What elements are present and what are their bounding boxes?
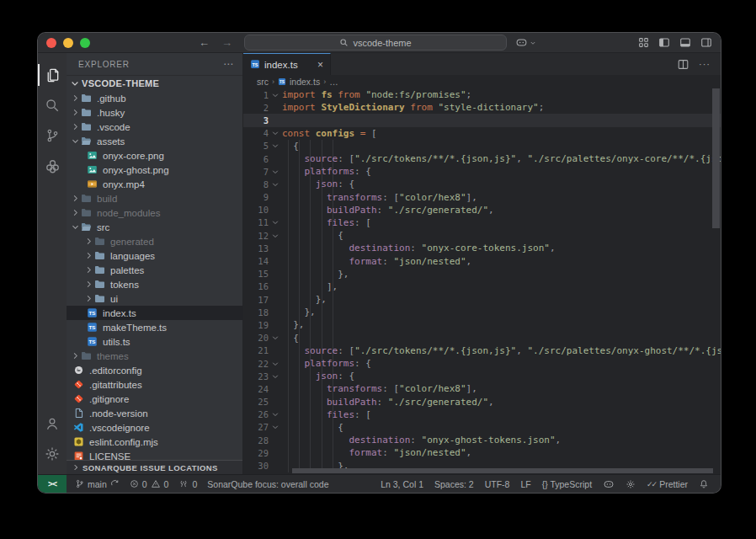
- tree-item-themes[interactable]: themes: [67, 349, 242, 363]
- code-line-13[interactable]: 13 destination: "onyx-core-tokens.json",: [243, 242, 721, 254]
- fold-chevron-icon[interactable]: [269, 218, 282, 227]
- line-number[interactable]: 16: [243, 281, 269, 291]
- language-mode-status[interactable]: {} TypeScript: [542, 479, 592, 489]
- line-number[interactable]: 1: [243, 90, 269, 100]
- breadcrumb-symbol[interactable]: …: [329, 77, 338, 87]
- branch-status[interactable]: main: [75, 479, 120, 489]
- line-number[interactable]: 18: [243, 307, 269, 318]
- chevron-down-icon[interactable]: [70, 221, 81, 232]
- tree-item-assets[interactable]: assets: [67, 134, 242, 148]
- prettier-status[interactable]: ✓✓ Prettier: [647, 479, 688, 489]
- code-line-3[interactable]: 3: [243, 114, 721, 126]
- line-number[interactable]: 22: [243, 359, 269, 369]
- line-number[interactable]: 12: [243, 231, 269, 241]
- code-line-4[interactable]: 4const configs = [: [243, 127, 721, 140]
- tree-item--editorconfig[interactable]: .editorconfig: [67, 363, 242, 377]
- line-number[interactable]: 6: [243, 154, 269, 164]
- copilot-status[interactable]: [603, 479, 615, 489]
- toggle-panel-icon[interactable]: [679, 37, 691, 48]
- forward-icon[interactable]: →: [221, 36, 232, 49]
- line-number[interactable]: 7: [243, 167, 269, 177]
- line-number[interactable]: 5: [243, 141, 269, 151]
- chevron-right-icon[interactable]: [83, 264, 94, 275]
- fold-chevron-icon[interactable]: [269, 334, 282, 342]
- tree-item-src[interactable]: src: [67, 220, 242, 234]
- split-editor-icon[interactable]: [678, 59, 689, 70]
- tree-item-utils-ts[interactable]: TSutils.ts: [67, 334, 242, 349]
- tab-index-ts[interactable]: TS index.ts ×: [243, 53, 331, 75]
- cursor-position-status[interactable]: Ln 3, Col 1: [381, 479, 423, 489]
- ports-status[interactable]: 0: [178, 479, 197, 489]
- settings-button[interactable]: [38, 439, 67, 469]
- code-line-12[interactable]: 12 {: [243, 229, 721, 242]
- sonarqube-focus-status[interactable]: SonarQube focus: overall code: [207, 479, 328, 489]
- code-line-15[interactable]: 15 },: [243, 268, 721, 280]
- source-control-view-button[interactable]: [38, 120, 67, 151]
- code-line-22[interactable]: 22 platforms: {: [243, 357, 721, 370]
- line-number[interactable]: 25: [243, 397, 269, 407]
- code-line-11[interactable]: 11 files: [: [243, 216, 721, 229]
- code-line-19[interactable]: 19 },: [243, 318, 721, 331]
- eol-status[interactable]: LF: [520, 479, 530, 489]
- code-line-14[interactable]: 14 format: "json/nested",: [243, 254, 721, 267]
- code-line-5[interactable]: 5 {: [243, 140, 721, 152]
- breadcrumb-file[interactable]: index.ts: [290, 77, 320, 87]
- minimize-window-button[interactable]: [63, 38, 73, 48]
- sonarlint-status[interactable]: [626, 479, 636, 489]
- sonarqube-view-button[interactable]: [38, 151, 67, 181]
- code-line-24[interactable]: 24 transforms: ["color/hex8"],: [243, 382, 721, 395]
- tree-item-tokens[interactable]: tokens: [67, 277, 242, 291]
- code-line-18[interactable]: 18 },: [243, 306, 721, 318]
- code-line-8[interactable]: 8 json: {: [243, 178, 721, 190]
- chevron-right-icon[interactable]: [70, 93, 81, 104]
- fold-chevron-icon[interactable]: [269, 168, 282, 176]
- tree-item-languages[interactable]: languages: [67, 248, 242, 263]
- code-line-28[interactable]: 28 destination: "onyx-ghost-tokens.json"…: [243, 434, 721, 446]
- line-number[interactable]: 28: [243, 435, 269, 446]
- zoom-window-button[interactable]: [80, 38, 90, 48]
- line-number[interactable]: 27: [243, 422, 269, 432]
- toggle-sidebar-icon[interactable]: [658, 37, 670, 48]
- line-number[interactable]: 26: [243, 409, 269, 419]
- line-number[interactable]: 2: [243, 103, 269, 113]
- fold-chevron-icon[interactable]: [269, 372, 282, 381]
- tree-item-onyx-mp4[interactable]: onyx.mp4: [67, 177, 242, 191]
- chevron-right-icon[interactable]: [70, 207, 81, 218]
- line-number[interactable]: 30: [243, 461, 269, 471]
- tree-item-palettes[interactable]: palettes: [67, 263, 242, 277]
- customize-layout-icon[interactable]: [638, 37, 649, 48]
- code-line-21[interactable]: 21 source: ["./src/tokens/**/*.{json,js}…: [243, 344, 721, 357]
- code-area[interactable]: 1import fs from "node:fs/promises";2impo…: [243, 88, 721, 474]
- chevron-right-icon[interactable]: [83, 279, 94, 290]
- chevron-right-icon[interactable]: [70, 107, 81, 118]
- tree-item-build[interactable]: build: [67, 191, 242, 205]
- code-line-25[interactable]: 25 buildPath: "./src/generated/",: [243, 396, 721, 408]
- line-number[interactable]: 29: [243, 448, 269, 458]
- breadcrumb[interactable]: src › TS index.ts › …: [243, 75, 721, 88]
- search-view-button[interactable]: [38, 90, 67, 120]
- tree-item-onyx-ghost-png[interactable]: onyx-ghost.png: [67, 163, 242, 177]
- chevron-right-icon[interactable]: [70, 350, 81, 361]
- line-number[interactable]: 13: [243, 243, 269, 253]
- remote-indicator[interactable]: ><: [38, 475, 67, 493]
- chevron-right-icon[interactable]: [83, 293, 94, 304]
- tree-item-index-ts[interactable]: TSindex.ts: [67, 306, 242, 320]
- tree-item-license[interactable]: LICENSE: [67, 449, 242, 460]
- line-number[interactable]: 15: [243, 269, 269, 279]
- back-icon[interactable]: ←: [199, 36, 210, 49]
- fold-chevron-icon[interactable]: [269, 410, 282, 419]
- line-number[interactable]: 17: [243, 295, 269, 305]
- code-line-7[interactable]: 7 platforms: {: [243, 165, 721, 178]
- line-number[interactable]: 19: [243, 320, 269, 330]
- fold-chevron-icon[interactable]: [269, 423, 282, 431]
- line-number[interactable]: 14: [243, 256, 269, 266]
- line-number[interactable]: 8: [243, 179, 269, 189]
- indentation-status[interactable]: Spaces: 2: [434, 479, 474, 489]
- breadcrumb-folder[interactable]: src: [257, 77, 269, 87]
- toggle-secondary-sidebar-icon[interactable]: [700, 37, 712, 48]
- code-line-20[interactable]: 20 {: [243, 332, 721, 344]
- tree-item--vscodeignore[interactable]: .vscodeignore: [67, 420, 242, 435]
- horizontal-scrollbar[interactable]: [292, 468, 713, 473]
- sonarqube-issue-locations-section[interactable]: SONARQUBE ISSUE LOCATIONS: [67, 460, 242, 474]
- copilot-menu-button[interactable]: [515, 37, 536, 48]
